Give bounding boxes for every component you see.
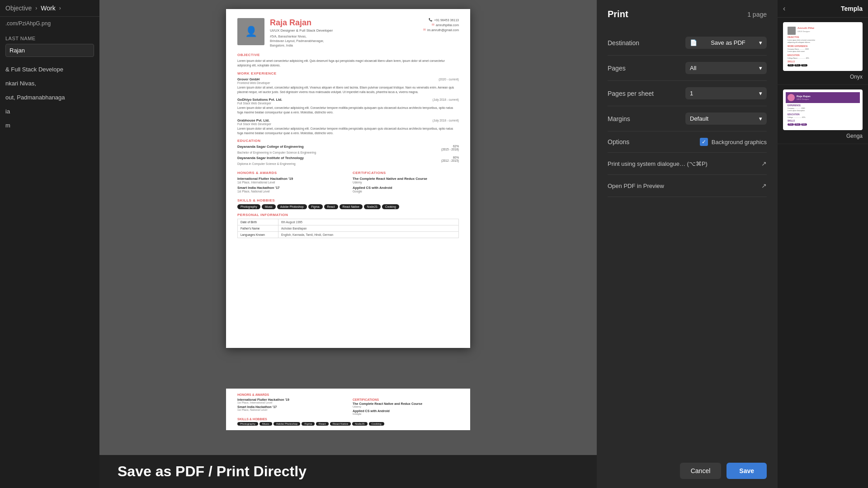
margins-control[interactable]: Default ▾ bbox=[685, 113, 767, 125]
second-resume-strip: HONORS & AWARDS International Flutter Ha… bbox=[99, 385, 597, 434]
save-button[interactable]: Save bbox=[726, 463, 767, 479]
mini-resume-onyx: Amruth Pillai UI/UX Designer Objective L… bbox=[786, 25, 860, 68]
sidebar-item-work[interactable]: Work bbox=[41, 5, 55, 12]
job-1-role: Full Stack Web Developer bbox=[237, 102, 459, 105]
resume-header: 👤 Raja Rajan UI/UX Designer & Full Stack… bbox=[237, 18, 459, 47]
open-pdf-preview-row[interactable]: Open PDF in Preview ↗ bbox=[608, 175, 767, 197]
job-1-desc: Lorem ipsum dolor sit amet, consectetur … bbox=[237, 106, 459, 115]
cert-0: The Complete React Native and Redux Cour… bbox=[353, 177, 459, 184]
destination-value: Save as PDF bbox=[711, 39, 745, 46]
lastname-input[interactable] bbox=[5, 44, 94, 57]
address3-preview: ia bbox=[0, 104, 99, 118]
job-1-date: (July 2018 - current) bbox=[433, 98, 459, 101]
job-0-role: Frontend Web Developer bbox=[237, 81, 459, 84]
sidebar-item-objective[interactable]: Objective bbox=[5, 5, 32, 12]
mini-gengatan-line-3: College ................... 62% bbox=[788, 117, 858, 119]
mini-gengatan-skills: Photo React Node bbox=[788, 123, 858, 126]
skill2-cooking: Cooking bbox=[369, 422, 384, 426]
print-actions: Cancel Save bbox=[608, 454, 767, 479]
personal-lang-label: Languages Known bbox=[238, 232, 278, 238]
contact-email1: ✉ amruthpillai.com bbox=[432, 23, 459, 27]
edu-0-header: Dayananda Sagar College of Engineering 6… bbox=[237, 145, 459, 151]
skill-figma: Figma bbox=[308, 204, 323, 209]
second-resume-awards: HONORS & AWARDS bbox=[237, 393, 459, 396]
skill-react: React bbox=[324, 204, 338, 209]
pages-chevron: ▾ bbox=[759, 65, 762, 71]
certs-col: CERTIFICATIONS The Complete React Native… bbox=[353, 167, 459, 195]
bg-graphics-checkbox[interactable]: ✓ bbox=[700, 138, 708, 146]
skill2-react-native: React Native bbox=[330, 422, 351, 426]
personal-row-2: Languages Known English, Kannada, Tamil,… bbox=[238, 232, 459, 238]
section-skills: SKILLS & HOBBIES bbox=[237, 198, 459, 202]
resume-contact: 📞 +91 98453 36113 ✉ amruthpillai.com ✉ i… bbox=[405, 18, 459, 32]
pages-control[interactable]: All ▾ bbox=[685, 62, 767, 74]
template-gengatan-thumb: Raja Rajan UI/UX Designer EXPERIENCE Com… bbox=[783, 89, 863, 130]
edu-1-degree: Diploma in Computer Science & Engineerin… bbox=[237, 162, 459, 165]
print-system-dialogue-row[interactable]: Print using system dialogue… (⌥⌘P) ↗ bbox=[608, 153, 767, 175]
template-onyx-card[interactable]: Amruth Pillai UI/UX Designer Objective L… bbox=[778, 18, 868, 85]
print-pps-row: Pages per sheet 1 ▾ bbox=[608, 81, 767, 106]
award-0-sub: 1st Place, International Level bbox=[237, 181, 344, 184]
cancel-button[interactable]: Cancel bbox=[680, 463, 722, 479]
edu-1-header: Dayananda Sagar Institute of Technology … bbox=[237, 156, 459, 162]
cert-android-sub: Google bbox=[353, 413, 459, 415]
pages-label: Pages bbox=[608, 65, 626, 72]
award-1: Smart India Hackathon '17 1st Place, Nat… bbox=[237, 186, 344, 193]
section-education: EDUCATION bbox=[237, 139, 459, 143]
pps-value: 1 bbox=[690, 90, 693, 97]
nav-chevron2: › bbox=[59, 5, 61, 11]
job-0-company: Grover GmbH bbox=[237, 77, 259, 81]
mini-section-obj: Objective bbox=[788, 36, 858, 39]
right-panel-header: ‹ Templa bbox=[778, 0, 868, 18]
second-resume-cols: International Flutter Hackathon '19 1st … bbox=[237, 398, 459, 415]
mini-line-5: College Name ................. 62% bbox=[788, 57, 858, 60]
job-2-company: Grabhouse Pvt. Ltd. bbox=[237, 118, 269, 122]
personal-row-1: Father's Name Asholan Bandlapan bbox=[238, 225, 459, 232]
mini-photo-gengatan bbox=[788, 94, 795, 101]
mini-section-skills-mini: Skills bbox=[788, 61, 858, 63]
edu-0: Dayananda Sagar College of Engineering 6… bbox=[237, 145, 459, 154]
pps-control[interactable]: 1 ▾ bbox=[685, 87, 767, 99]
template-onyx-thumb: Amruth Pillai UI/UX Designer Objective L… bbox=[783, 22, 863, 71]
skills-list: Photography Music Adobe Photoshop Figma … bbox=[237, 204, 459, 209]
print-panel: Print 1 page Destination 📄 Save as PDF ▾… bbox=[597, 0, 778, 488]
personal-father-label: Father's Name bbox=[238, 225, 278, 232]
skill2-react: React bbox=[316, 422, 329, 426]
resume-name: Raja Rajan bbox=[270, 18, 405, 28]
personal-father-value: Asholan Bandlapan bbox=[278, 225, 459, 232]
nav-chevron: › bbox=[35, 5, 37, 11]
job-0-desc: Lorem ipsum dolor sit amet, consectetur … bbox=[237, 85, 459, 94]
skill-cooking: Cooking bbox=[382, 204, 399, 209]
margins-value: Default bbox=[690, 115, 708, 122]
template-gengatan-card[interactable]: Raja Rajan UI/UX Designer EXPERIENCE Com… bbox=[778, 85, 868, 144]
mini-name-block-gengatan: Raja Rajan UI/UX Designer bbox=[797, 95, 811, 101]
edu-1: Dayananda Sagar Institute of Technology … bbox=[237, 156, 459, 165]
objective-text: Lorem ipsum dolor sit amet consectetur a… bbox=[237, 59, 459, 68]
honors-col: HONORS & AWARDS International Flutter Ha… bbox=[237, 167, 344, 195]
skill2-photography: Photography bbox=[237, 422, 258, 426]
resume-title: UI/UX Designer & Full Stack Developer bbox=[270, 28, 405, 33]
second-certs-title: CERTIFICATIONS bbox=[353, 398, 459, 401]
lastname-label: LAST NAME bbox=[0, 30, 99, 44]
cert-1-sub: Google bbox=[353, 190, 459, 193]
destination-control[interactable]: 📄 Save as PDF ▾ bbox=[685, 37, 767, 49]
cert-android: Applied CS with Android bbox=[353, 409, 459, 413]
skill2-figma: Figma bbox=[302, 422, 315, 426]
mini-line-1: Lorem ipsum dolor sit amet consectetur bbox=[788, 39, 858, 42]
right-panel: ‹ Templa Amruth Pillai UI/UX Designer Ob… bbox=[778, 0, 868, 488]
open-pdf-label: Open PDF in Preview bbox=[608, 183, 664, 189]
cert-react: The Complete React Native and Redux Cour… bbox=[353, 402, 459, 405]
skill2-photoshop: Adobe Photoshop bbox=[274, 422, 301, 426]
template-onyx-name: Onyx bbox=[783, 74, 863, 80]
pps-chevron: ▾ bbox=[759, 90, 762, 97]
right-panel-chevron[interactable]: ‹ bbox=[783, 5, 785, 13]
external-link-icon1: ↗ bbox=[761, 160, 767, 167]
section-certs: CERTIFICATIONS bbox=[353, 171, 459, 175]
edu-1-name: Dayananda Sagar Institute of Technology bbox=[237, 156, 304, 162]
second-col-awards: International Flutter Hackathon '19 1st … bbox=[237, 398, 344, 415]
template-gengatan-name: Genga bbox=[783, 133, 863, 139]
mini-resume-gengatan: Raja Rajan UI/UX Designer EXPERIENCE Com… bbox=[786, 92, 860, 127]
honors-certs-row: HONORS & AWARDS International Flutter Ha… bbox=[237, 167, 459, 195]
personal-row-0: Date of Birth 6th August 1995 bbox=[238, 219, 459, 225]
section-objective: OBJECTIVE bbox=[237, 53, 459, 57]
